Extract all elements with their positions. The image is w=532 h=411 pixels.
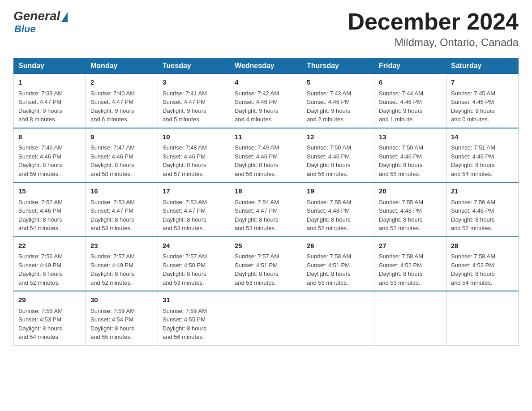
day-number: 23: [90, 241, 153, 251]
calendar-cell: 24 Sunrise: 7:57 AM Sunset: 4:50 PM Dayl…: [158, 237, 230, 291]
day-details: Sunrise: 7:43 AM Sunset: 4:46 PM Dayligh…: [307, 89, 369, 124]
day-number: 26: [307, 241, 369, 251]
day-number: 20: [379, 186, 442, 197]
day-number: 8: [18, 132, 81, 142]
day-details: Sunrise: 7:54 AM Sunset: 4:47 PM Dayligh…: [235, 198, 297, 233]
logo-triangle-icon: [61, 12, 68, 22]
calendar-cell: 3 Sunrise: 7:41 AM Sunset: 4:47 PM Dayli…: [158, 74, 230, 128]
calendar-cell: 27 Sunrise: 7:58 AM Sunset: 4:52 PM Dayl…: [374, 237, 446, 291]
day-number: 7: [451, 77, 514, 88]
calendar-cell: [446, 291, 519, 345]
weekday-header-tuesday: Tuesday: [158, 58, 230, 74]
calendar-cell: 25 Sunrise: 7:57 AM Sunset: 4:51 PM Dayl…: [230, 237, 302, 291]
day-details: Sunrise: 7:50 AM Sunset: 4:46 PM Dayligh…: [379, 143, 442, 178]
day-number: 18: [235, 186, 297, 197]
calendar-cell: [374, 291, 446, 345]
day-number: 1: [18, 77, 81, 88]
calendar-week-row: 29 Sunrise: 7:58 AM Sunset: 4:53 PM Dayl…: [14, 291, 519, 345]
day-number: 11: [235, 132, 297, 142]
weekday-header-monday: Monday: [86, 58, 158, 74]
day-details: Sunrise: 7:59 AM Sunset: 4:55 PM Dayligh…: [163, 307, 225, 342]
calendar-cell: 29 Sunrise: 7:58 AM Sunset: 4:53 PM Dayl…: [14, 291, 86, 345]
day-details: Sunrise: 7:39 AM Sunset: 4:47 PM Dayligh…: [18, 89, 81, 124]
day-details: Sunrise: 7:45 AM Sunset: 4:46 PM Dayligh…: [451, 89, 514, 124]
day-number: 10: [163, 132, 225, 142]
day-number: 31: [163, 295, 225, 305]
calendar-cell: 11 Sunrise: 7:49 AM Sunset: 4:46 PM Dayl…: [230, 128, 302, 183]
day-details: Sunrise: 7:49 AM Sunset: 4:46 PM Dayligh…: [235, 143, 297, 178]
calendar-cell: 28 Sunrise: 7:58 AM Sunset: 4:53 PM Dayl…: [446, 237, 519, 291]
day-number: 5: [307, 77, 369, 88]
page-header: General Blue December 2024 Mildmay, Onta…: [13, 9, 519, 49]
day-details: Sunrise: 7:41 AM Sunset: 4:47 PM Dayligh…: [163, 89, 225, 124]
calendar-cell: 2 Sunrise: 7:40 AM Sunset: 4:47 PM Dayli…: [86, 74, 158, 128]
calendar-cell: 4 Sunrise: 7:42 AM Sunset: 4:46 PM Dayli…: [230, 74, 302, 128]
calendar-cell: 22 Sunrise: 7:56 AM Sunset: 4:49 PM Dayl…: [14, 237, 86, 291]
day-details: Sunrise: 7:57 AM Sunset: 4:49 PM Dayligh…: [90, 252, 153, 287]
calendar-week-row: 8 Sunrise: 7:46 AM Sunset: 4:46 PM Dayli…: [14, 128, 519, 183]
day-details: Sunrise: 7:48 AM Sunset: 4:46 PM Dayligh…: [163, 143, 225, 178]
day-details: Sunrise: 7:57 AM Sunset: 4:51 PM Dayligh…: [235, 252, 297, 287]
day-number: 12: [307, 132, 369, 142]
day-details: Sunrise: 7:59 AM Sunset: 4:54 PM Dayligh…: [90, 307, 153, 342]
day-details: Sunrise: 7:40 AM Sunset: 4:47 PM Dayligh…: [90, 89, 153, 124]
day-details: Sunrise: 7:56 AM Sunset: 4:48 PM Dayligh…: [451, 198, 514, 233]
calendar-cell: 18 Sunrise: 7:54 AM Sunset: 4:47 PM Dayl…: [230, 182, 302, 237]
day-number: 29: [18, 295, 81, 305]
logo-blue-text: Blue: [14, 23, 36, 35]
calendar-cell: 12 Sunrise: 7:50 AM Sunset: 4:46 PM Dayl…: [302, 128, 374, 183]
day-details: Sunrise: 7:55 AM Sunset: 4:48 PM Dayligh…: [379, 198, 442, 233]
day-details: Sunrise: 7:58 AM Sunset: 4:52 PM Dayligh…: [379, 252, 442, 287]
calendar-cell: 5 Sunrise: 7:43 AM Sunset: 4:46 PM Dayli…: [302, 74, 374, 128]
day-details: Sunrise: 7:52 AM Sunset: 4:46 PM Dayligh…: [18, 198, 81, 233]
month-year-title: December 2024: [348, 9, 519, 34]
day-number: 2: [90, 77, 153, 88]
calendar-cell: [230, 291, 302, 345]
location-subtitle: Mildmay, Ontario, Canada: [348, 36, 519, 49]
day-number: 9: [90, 132, 153, 142]
day-number: 3: [163, 77, 225, 88]
logo: General Blue: [13, 9, 68, 35]
calendar-week-row: 22 Sunrise: 7:56 AM Sunset: 4:49 PM Dayl…: [14, 237, 519, 291]
day-details: Sunrise: 7:47 AM Sunset: 4:46 PM Dayligh…: [90, 143, 153, 178]
calendar-week-row: 15 Sunrise: 7:52 AM Sunset: 4:46 PM Dayl…: [14, 182, 519, 237]
day-details: Sunrise: 7:57 AM Sunset: 4:50 PM Dayligh…: [163, 252, 225, 287]
day-number: 15: [18, 186, 81, 197]
day-details: Sunrise: 7:55 AM Sunset: 4:48 PM Dayligh…: [307, 198, 369, 233]
weekday-header-friday: Friday: [374, 58, 446, 74]
day-number: 14: [451, 132, 514, 142]
day-details: Sunrise: 7:51 AM Sunset: 4:46 PM Dayligh…: [451, 143, 514, 178]
day-details: Sunrise: 7:44 AM Sunset: 4:46 PM Dayligh…: [379, 89, 442, 124]
calendar-cell: 10 Sunrise: 7:48 AM Sunset: 4:46 PM Dayl…: [158, 128, 230, 183]
calendar-cell: [302, 291, 374, 345]
day-number: 19: [307, 186, 369, 197]
day-number: 24: [163, 241, 225, 251]
title-section: December 2024 Mildmay, Ontario, Canada: [348, 9, 519, 49]
calendar-table: SundayMondayTuesdayWednesdayThursdayFrid…: [13, 58, 519, 346]
day-number: 6: [379, 77, 442, 88]
day-details: Sunrise: 7:58 AM Sunset: 4:53 PM Dayligh…: [18, 307, 81, 342]
calendar-cell: 8 Sunrise: 7:46 AM Sunset: 4:46 PM Dayli…: [14, 128, 86, 183]
weekday-header-saturday: Saturday: [446, 58, 519, 74]
calendar-cell: 21 Sunrise: 7:56 AM Sunset: 4:48 PM Dayl…: [446, 182, 519, 237]
day-number: 27: [379, 241, 442, 251]
calendar-cell: 6 Sunrise: 7:44 AM Sunset: 4:46 PM Dayli…: [374, 74, 446, 128]
calendar-cell: 19 Sunrise: 7:55 AM Sunset: 4:48 PM Dayl…: [302, 182, 374, 237]
calendar-week-row: 1 Sunrise: 7:39 AM Sunset: 4:47 PM Dayli…: [14, 74, 519, 128]
day-details: Sunrise: 7:42 AM Sunset: 4:46 PM Dayligh…: [235, 89, 297, 124]
calendar-cell: 20 Sunrise: 7:55 AM Sunset: 4:48 PM Dayl…: [374, 182, 446, 237]
day-details: Sunrise: 7:53 AM Sunset: 4:47 PM Dayligh…: [90, 198, 153, 233]
day-details: Sunrise: 7:56 AM Sunset: 4:49 PM Dayligh…: [18, 252, 81, 287]
calendar-cell: 23 Sunrise: 7:57 AM Sunset: 4:49 PM Dayl…: [86, 237, 158, 291]
weekday-header-sunday: Sunday: [14, 58, 86, 74]
weekday-header-thursday: Thursday: [302, 58, 374, 74]
calendar-cell: 14 Sunrise: 7:51 AM Sunset: 4:46 PM Dayl…: [446, 128, 519, 183]
calendar-cell: 7 Sunrise: 7:45 AM Sunset: 4:46 PM Dayli…: [446, 74, 519, 128]
day-number: 25: [235, 241, 297, 251]
day-number: 17: [163, 186, 225, 197]
day-details: Sunrise: 7:53 AM Sunset: 4:47 PM Dayligh…: [163, 198, 225, 233]
calendar-cell: 1 Sunrise: 7:39 AM Sunset: 4:47 PM Dayli…: [14, 74, 86, 128]
calendar-cell: 16 Sunrise: 7:53 AM Sunset: 4:47 PM Dayl…: [86, 182, 158, 237]
calendar-cell: 9 Sunrise: 7:47 AM Sunset: 4:46 PM Dayli…: [86, 128, 158, 183]
day-number: 21: [451, 186, 514, 197]
